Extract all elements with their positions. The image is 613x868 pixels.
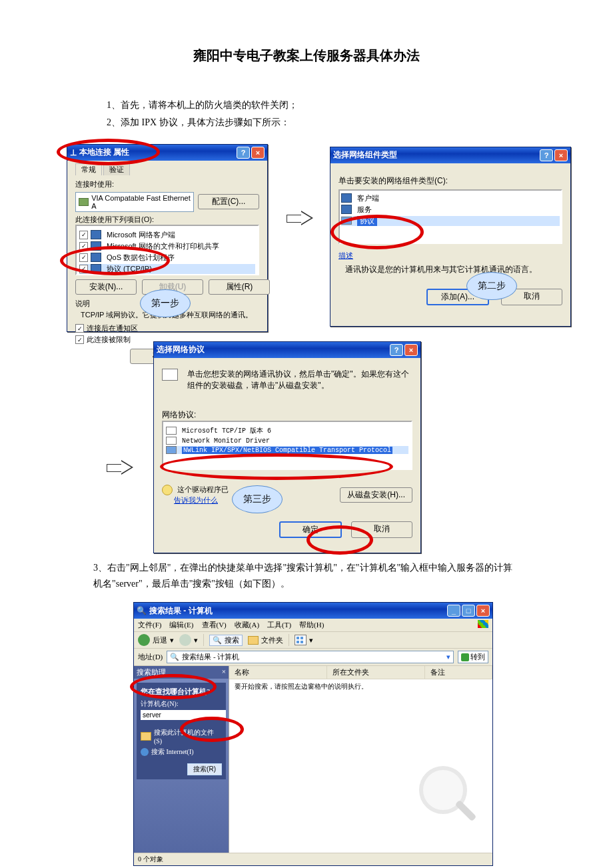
annotation-circle-nwlink [160, 453, 393, 480]
nic-icon [79, 198, 89, 206]
properties-button[interactable]: 属性(R) [209, 279, 270, 295]
item-client[interactable]: ✓Microsoft 网络客户端 [79, 230, 255, 240]
install-button[interactable]: 安装(N)... [75, 279, 137, 295]
protocol-icon [162, 369, 178, 381]
folder-icon [248, 636, 259, 645]
protocol-instruction: 单击您想安装的网络通讯协议，然后单击"确定"。如果您有这个组件的安装磁盘，请单击… [187, 369, 412, 391]
column-folder[interactable]: 所在文件夹 [327, 666, 425, 679]
component-description: 通讯协议是您的计算机用来与其它计算机通讯的语言。 [345, 263, 562, 275]
close-panel-icon[interactable]: × [222, 667, 226, 677]
arrow-icon [107, 460, 133, 475]
maximize-icon[interactable]: □ [462, 605, 475, 617]
items-label: 此连接使用下列项目(O): [75, 215, 259, 225]
address-input[interactable]: 🔍搜索结果 - 计算机▾ [167, 651, 454, 663]
menu-favorites[interactable]: 收藏(A) [235, 620, 259, 630]
protocol-item-icon [166, 427, 177, 435]
service-icon [341, 205, 352, 214]
document-title: 雍阳中专电子教案上传服务器具体办法 [67, 47, 546, 65]
views-button[interactable]: ▾ [295, 635, 313, 645]
globe-icon [141, 748, 149, 756]
protocol-item-icon [166, 446, 177, 454]
search-internet-link[interactable]: 搜索 Internet(I) [141, 747, 222, 757]
annotation-circle-title [57, 139, 160, 165]
description-header: 描述 [338, 251, 562, 261]
forward-icon [179, 634, 191, 646]
arrow-icon [287, 211, 313, 225]
step-bubble-1: 第一步 [140, 289, 191, 317]
component-prompt: 单击要安装的网络组件类型(C): [338, 175, 562, 187]
protocol-item-icon [166, 437, 177, 445]
configure-button[interactable]: 配置(C)... [198, 194, 259, 209]
column-name[interactable]: 名称 [229, 666, 327, 679]
dialog2-titlebar: 选择网络组件类型 ? × [330, 147, 570, 163]
select-network-protocol-dialog: 选择网络协议 ? × 单击您想安装的网络通讯协议，然后单击"确定"。如果您有这个… [153, 341, 421, 553]
forward-button[interactable]: ▾ [179, 634, 198, 646]
back-icon [138, 634, 150, 646]
dialog3-titlebar: 选择网络协议 ? × [154, 342, 420, 358]
from-disk-button[interactable]: 从磁盘安装(H)... [340, 487, 412, 503]
back-button[interactable]: 后退 ▾ [138, 634, 174, 646]
figure-search-window-container: 🔍 搜索结果 - 计算机 _ □ × 文件(F) 编辑(E) 查看(V) 收藏(… [133, 602, 493, 866]
help-icon[interactable]: ? [540, 149, 553, 161]
driver-signed-text: 这个驱动程序已 [177, 486, 229, 494]
instruction-step-1: 1、首先，请将本机上的防火墙类的软件关闭； [107, 98, 546, 113]
component-service[interactable]: 服务 [341, 205, 560, 215]
search-button[interactable]: 搜索(R) [187, 763, 222, 775]
dialog3-title-text: 选择网络协议 [157, 344, 205, 355]
close-icon[interactable]: × [251, 147, 265, 159]
certificate-icon [162, 485, 173, 495]
protocol-nmd[interactable]: Network Monitor Driver [166, 437, 408, 445]
address-bar: 地址(D) 🔍搜索结果 - 计算机▾ 转到 [134, 649, 492, 666]
annotation-circle-install [60, 246, 170, 275]
dialog2-title-text: 选择网络组件类型 [333, 149, 397, 161]
figure-row-1: ⊥ 本地连接 属性 ? × 常规 验证 连接时使用: VIA Compatabl… [67, 144, 546, 337]
connect-using-label: 连接时使用: [75, 179, 259, 189]
column-remark[interactable]: 备注 [425, 666, 492, 679]
menu-view[interactable]: 查看(V) [202, 620, 227, 630]
search-title-text: 搜索结果 - 计算机 [149, 605, 213, 617]
close-icon[interactable]: × [404, 344, 418, 356]
help-icon[interactable]: ? [237, 147, 250, 159]
computer-name-label: 计算机名(N): [141, 699, 222, 709]
figure-row-2: 选择网络协议 ? × 单击您想安装的网络通讯协议，然后单击"确定"。如果您有这个… [67, 341, 546, 555]
instruction-step-3: 3、右击"网上邻居"，在弹出的快捷菜单中选择"搜索计算机"，在"计算机名"输入框… [93, 560, 520, 592]
go-button[interactable]: 转到 [458, 651, 488, 663]
windows-flag-icon [478, 620, 488, 628]
annotation-circle-ok [306, 525, 373, 555]
tell-me-why-link[interactable]: 告诉我为什么 [174, 496, 218, 504]
step-bubble-2: 第二步 [466, 272, 517, 300]
address-label: 地址(D) [138, 652, 163, 662]
minimize-icon[interactable]: _ [447, 605, 460, 617]
notify-checkbox[interactable]: ✓连接后在通知区 [75, 323, 259, 333]
menu-tools[interactable]: 工具(T) [267, 620, 291, 630]
annotation-circle-protocol [330, 215, 424, 249]
close-icon[interactable]: × [554, 149, 568, 161]
step-bubble-3: 第三步 [232, 485, 283, 513]
protocol-tcpip6[interactable]: Microsoft TCP/IP 版本 6 [166, 426, 408, 435]
protocol-list-label: 网络协议: [162, 409, 412, 421]
go-icon [461, 653, 469, 661]
folders-button[interactable]: 文件夹 [248, 635, 283, 645]
close-icon[interactable]: × [476, 605, 490, 617]
magnifier-graphic [419, 766, 479, 826]
help-icon[interactable]: ? [390, 344, 403, 356]
search-toolbar-button[interactable]: 🔍搜索 [209, 635, 243, 646]
menu-edit[interactable]: 编辑(E) [169, 620, 193, 630]
search-titlebar: 🔍 搜索结果 - 计算机 _ □ × [134, 603, 492, 619]
views-icon [295, 635, 306, 645]
toolbar: 后退 ▾ ▾ 🔍搜索 文件夹 ▾ [134, 632, 492, 649]
component-client[interactable]: 客户端 [341, 193, 560, 203]
instruction-step-2: 2、添加 IPX 协议，具体方法步骤如下所示： [107, 115, 546, 130]
component-icon [91, 230, 101, 239]
results-hint: 要开始搜索，请按照左边窗格中的说明执行。 [229, 679, 492, 694]
results-pane: 名称 所在文件夹 备注 要开始搜索，请按照左边窗格中的说明执行。 [229, 666, 492, 853]
folder-icon [141, 732, 151, 741]
menubar: 文件(F) 编辑(E) 查看(V) 收藏(A) 工具(T) 帮助(H) [134, 619, 492, 632]
client-icon [341, 193, 352, 203]
adapter-name: VIA Compatable Fast Ethernet A [91, 194, 191, 210]
menu-help[interactable]: 帮助(H) [299, 620, 324, 630]
menu-file[interactable]: 文件(F) [138, 620, 161, 630]
status-bar: 0 个对象 [134, 853, 492, 865]
